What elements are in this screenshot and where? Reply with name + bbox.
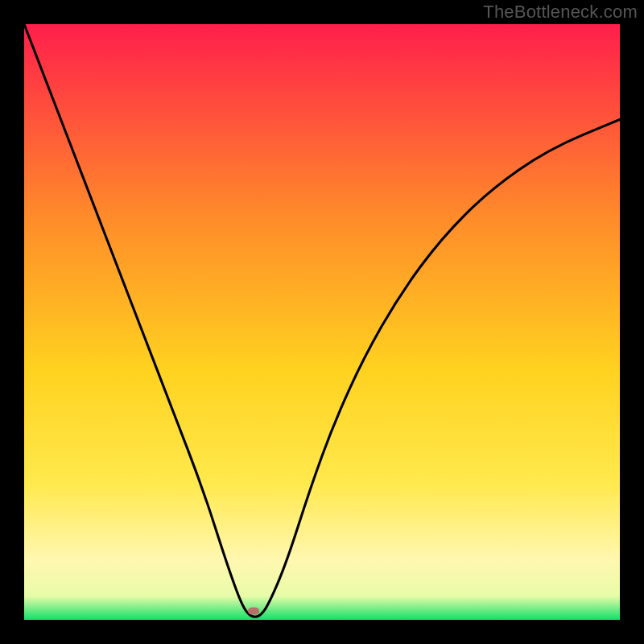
plot-area <box>24 24 620 620</box>
curve-layer <box>24 24 620 620</box>
attribution-text: TheBottleneck.com <box>483 2 638 23</box>
chart-frame: TheBottleneck.com <box>0 0 644 644</box>
minimum-marker <box>248 607 259 614</box>
bottleneck-curve <box>24 24 620 617</box>
